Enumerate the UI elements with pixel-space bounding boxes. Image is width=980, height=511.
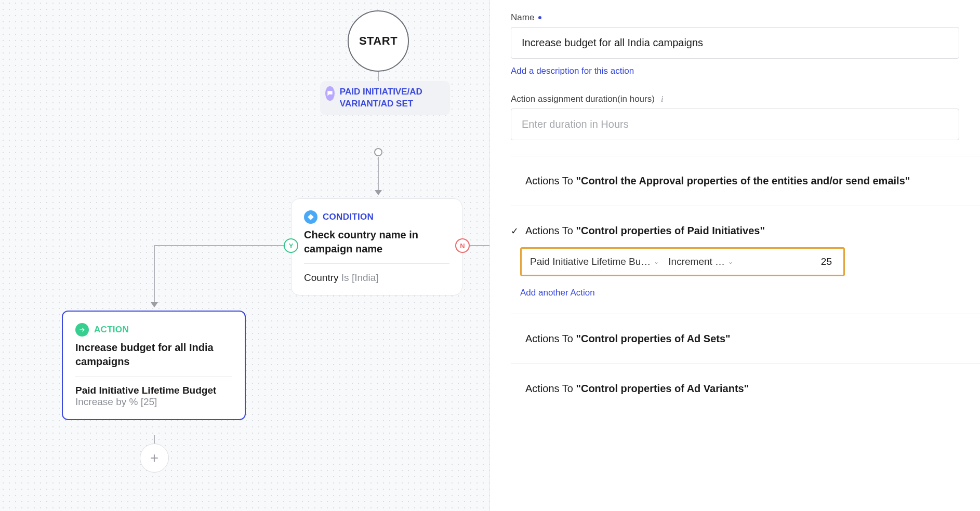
no-branch[interactable]: N <box>455 238 470 253</box>
add-description-link[interactable]: Add a description for this action <box>511 66 959 76</box>
section-prefix: Actions To <box>525 175 576 186</box>
section-prefix: Actions To <box>525 383 576 394</box>
section-title: "Control the Approval properties of the … <box>576 175 910 186</box>
add-node-button[interactable]: + <box>140 443 169 473</box>
entity-tag-label: PAID INITIATIVE/AD VARIANT/AD SET <box>340 86 441 110</box>
section-prefix: Actions To <box>525 333 576 344</box>
arrow-down-icon <box>375 190 382 195</box>
action-detail-property: Paid Initiative Lifetime Budget <box>75 385 216 396</box>
add-action-link[interactable]: Add another Action <box>520 288 980 298</box>
app-root: START PAID INITIATIVE/AD VARIANT/AD SET … <box>0 0 980 511</box>
plus-icon: + <box>150 451 158 465</box>
chat-icon <box>325 86 335 101</box>
yes-branch[interactable]: Y <box>284 238 298 253</box>
condition-field: Country <box>304 272 339 283</box>
condition-detail: Country Is [India] <box>304 272 449 284</box>
check-icon: ✓ <box>511 225 520 237</box>
entity-tag-node[interactable]: PAID INITIATIVE/AD VARIANT/AD SET <box>320 81 450 115</box>
chevron-down-icon: ⌄ <box>654 258 659 265</box>
start-label: START <box>359 34 398 48</box>
section-ad-sets[interactable]: Actions To "Control properties of Ad Set… <box>490 314 980 345</box>
name-label: Name <box>511 12 534 23</box>
chevron-down-icon: ⌄ <box>728 258 733 265</box>
action-editor-row: Paid Initiative Lifetime Bu… ⌄ Increment… <box>520 247 845 276</box>
info-icon[interactable]: i <box>661 95 663 104</box>
required-indicator <box>538 16 541 19</box>
connector <box>470 245 490 246</box>
section-paid-initiatives[interactable]: ✓ Actions To "Control properties of Paid… <box>490 206 980 237</box>
connector <box>378 72 379 81</box>
condition-title: Check country name in campaign name <box>304 228 449 256</box>
section-title: "Control properties of Ad Variants" <box>576 383 749 394</box>
action-node-selected[interactable]: ACTION Increase budget for all India cam… <box>62 311 246 420</box>
condition-op: Is <box>341 272 349 283</box>
diamond-icon <box>304 210 317 224</box>
action-type-label: ACTION <box>94 325 129 335</box>
action-detail: Paid Initiative Lifetime Budget Increase… <box>75 385 232 408</box>
duration-label: Action assignment duration(in hours) <box>511 94 655 104</box>
condition-type-label: CONDITION <box>323 212 374 222</box>
value-input[interactable]: 25 <box>804 255 835 268</box>
section-title: "Control properties of Paid Initiatives" <box>576 225 764 236</box>
property-dropdown-value: Paid Initiative Lifetime Bu… <box>530 256 651 267</box>
operation-dropdown-value: Increment … <box>668 256 725 267</box>
operation-dropdown[interactable]: Increment … ⌄ <box>668 256 733 267</box>
properties-panel: Name Add a description for this action A… <box>490 0 980 511</box>
section-title: "Control properties of Ad Sets" <box>576 333 730 344</box>
section-approval[interactable]: Actions To "Control the Approval propert… <box>490 156 980 187</box>
arrow-right-circle-icon <box>75 323 89 337</box>
connector <box>378 157 379 191</box>
action-detail-op: Increase by % [25] <box>75 396 157 407</box>
arrow-down-icon <box>151 302 158 307</box>
divider <box>304 263 449 264</box>
connector-node <box>374 148 382 156</box>
condition-node[interactable]: CONDITION Check country name in campaign… <box>291 198 462 295</box>
divider <box>75 376 232 376</box>
start-node[interactable]: START <box>348 10 409 72</box>
workflow-canvas[interactable]: START PAID INITIATIVE/AD VARIANT/AD SET … <box>0 0 490 511</box>
property-dropdown[interactable]: Paid Initiative Lifetime Bu… ⌄ <box>530 256 659 267</box>
name-input[interactable] <box>511 27 959 59</box>
action-title: Increase budget for all India campaigns <box>75 341 232 369</box>
section-ad-variants[interactable]: Actions To "Control properties of Ad Var… <box>490 364 980 395</box>
duration-input[interactable] <box>511 109 959 140</box>
connector <box>154 245 284 246</box>
condition-value: [India] <box>352 272 379 283</box>
connector <box>154 245 155 303</box>
section-prefix: Actions To <box>525 225 576 236</box>
